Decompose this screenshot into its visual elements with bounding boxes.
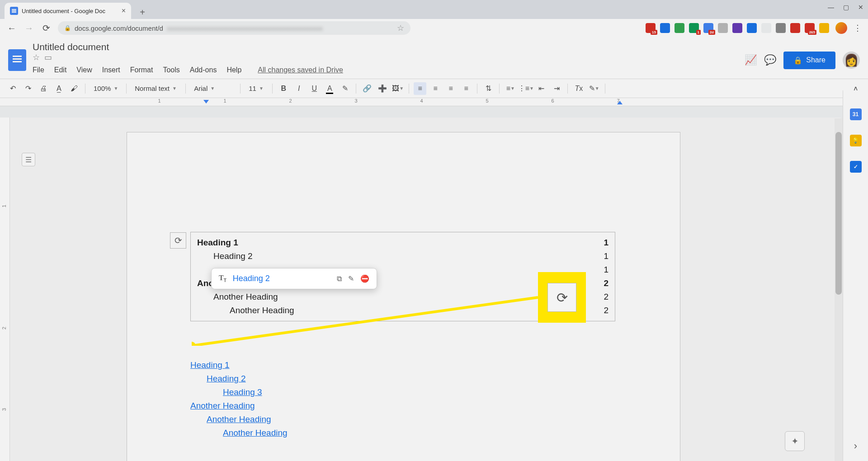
close-window-icon[interactable]: ✕ <box>858 4 863 11</box>
edit-link-icon[interactable]: ✎ <box>348 274 354 283</box>
reload-button[interactable]: ⟳ <box>41 23 52 33</box>
address-bar: ← → ⟳ 🔒 docs.google.com/document/d xxxxx… <box>0 19 868 37</box>
back-button[interactable]: ← <box>6 23 17 33</box>
paint-format-button[interactable]: 🖌 <box>68 82 80 95</box>
left-indent-marker[interactable] <box>203 100 209 103</box>
side-panel-app-icon[interactable]: 💡 <box>850 135 862 146</box>
side-panel: 31💡✓› <box>843 90 868 461</box>
toc-entry[interactable]: Heading 11 <box>197 236 609 249</box>
extension-icon[interactable]: 15 <box>646 23 656 33</box>
heading-link[interactable]: Heading 2 <box>190 372 288 386</box>
styles-select[interactable]: Normal text▼ <box>131 85 181 92</box>
move-icon[interactable]: ▭ <box>44 52 52 62</box>
bold-button[interactable]: B <box>277 82 290 95</box>
comments-icon[interactable]: 💬 <box>764 54 776 66</box>
extension-icon[interactable] <box>718 23 728 33</box>
forward-button[interactable]: → <box>24 23 34 33</box>
explore-button[interactable]: ✦ <box>785 431 805 451</box>
menu-help[interactable]: Help <box>226 66 241 74</box>
extension-icon[interactable]: 2d <box>703 23 713 33</box>
decrease-indent-button[interactable]: ⇤ <box>535 82 547 95</box>
vertical-scrollbar[interactable] <box>835 118 843 461</box>
extension-icon[interactable] <box>776 23 786 33</box>
font-size-select[interactable]: 11▼ <box>245 85 268 92</box>
side-panel-app-icon[interactable]: ✓ <box>850 161 862 173</box>
toc-entry[interactable]: Heading 21 <box>197 249 609 263</box>
text-color-button[interactable]: A <box>323 82 336 95</box>
numbered-list-button[interactable]: ≡▼ <box>504 82 517 95</box>
align-center-button[interactable]: ≡ <box>429 82 442 95</box>
align-left-button[interactable]: ≡ <box>414 82 426 95</box>
menu-file[interactable]: File <box>33 66 44 74</box>
extension-icon[interactable]: 265 <box>805 23 815 33</box>
clear-formatting-button[interactable]: Tx <box>572 82 585 95</box>
menu-insert[interactable]: Insert <box>102 66 120 74</box>
undo-button[interactable]: ↶ <box>6 82 19 95</box>
close-tab-icon[interactable]: × <box>122 7 126 15</box>
new-tab-button[interactable]: + <box>136 5 149 19</box>
document-page[interactable]: ⟳ Heading 11Heading 211Another Heading2A… <box>127 132 680 461</box>
browser-tab[interactable]: Untitled document - Google Doc × <box>5 3 131 19</box>
text-format-icon: TT <box>219 274 226 283</box>
document-title[interactable]: Untitled document <box>33 42 109 52</box>
extension-icon[interactable] <box>819 23 829 33</box>
maximize-icon[interactable]: ▢ <box>843 4 849 11</box>
heading-link[interactable]: Another Heading <box>190 426 288 440</box>
insert-link-button[interactable]: 🔗 <box>361 82 373 95</box>
profile-avatar-small[interactable] <box>835 22 847 34</box>
link-text[interactable]: Heading 2 <box>233 274 270 283</box>
extension-icon[interactable] <box>732 23 742 33</box>
highlight-button[interactable]: ✎ <box>339 82 351 95</box>
url-input[interactable]: 🔒 docs.google.com/document/d xxxxxxxxxxx… <box>58 21 410 35</box>
align-right-button[interactable]: ≡ <box>444 82 457 95</box>
menu-view[interactable]: View <box>76 66 92 74</box>
side-panel-app-icon[interactable]: 31 <box>850 108 862 120</box>
star-icon[interactable]: ☆ <box>33 52 40 62</box>
share-button[interactable]: 🔒 Share <box>783 52 835 69</box>
increase-indent-button[interactable]: ⇥ <box>550 82 563 95</box>
document-outline-button[interactable]: ☰ <box>22 153 35 166</box>
extension-icon[interactable]: 1 <box>689 23 699 33</box>
font-select[interactable]: Arial▼ <box>190 85 236 92</box>
extension-icon[interactable] <box>790 23 800 33</box>
saved-message[interactable]: All changes saved in Drive <box>258 66 343 74</box>
docs-logo-icon[interactable] <box>8 49 26 71</box>
extension-icon[interactable] <box>660 23 670 33</box>
heading-link[interactable]: Heading 1 <box>190 358 288 372</box>
menu-edit[interactable]: Edit <box>54 66 67 74</box>
extension-icon[interactable] <box>747 23 757 33</box>
heading-link[interactable]: Heading 3 <box>190 386 288 399</box>
extension-icon[interactable] <box>675 23 684 33</box>
chrome-menu-icon[interactable]: ⋮ <box>854 23 862 33</box>
toc-refresh-button[interactable]: ⟳ <box>170 232 186 249</box>
horizontal-ruler[interactable]: 11234567 <box>0 98 868 106</box>
align-justify-button[interactable]: ≡ <box>460 82 472 95</box>
copy-link-icon[interactable]: ⧉ <box>337 275 342 283</box>
right-indent-marker[interactable] <box>617 101 623 104</box>
italic-button[interactable]: I <box>292 82 305 95</box>
underline-button[interactable]: U <box>308 82 321 95</box>
editing-mode-button[interactable]: ✎▼ <box>588 82 600 95</box>
heading-link[interactable]: Another Heading <box>190 413 288 426</box>
activity-icon[interactable]: 📈 <box>745 54 757 66</box>
extension-icon[interactable] <box>761 23 771 33</box>
zoom-select[interactable]: 100%▼ <box>90 85 122 92</box>
menu-format[interactable]: Format <box>130 66 153 74</box>
bulleted-list-button[interactable]: ⋮≡▼ <box>519 82 532 95</box>
insert-comment-button[interactable]: ➕ <box>376 82 389 95</box>
account-avatar[interactable] <box>843 52 860 69</box>
side-panel-arrow-icon[interactable]: › <box>854 440 857 452</box>
minimize-icon[interactable]: — <box>828 4 834 11</box>
print-button[interactable]: 🖨 <box>37 82 50 95</box>
vertical-ruler[interactable]: 1 2 3 4 <box>0 118 10 461</box>
scrollbar-thumb[interactable] <box>835 132 842 295</box>
spellcheck-button[interactable]: A̲ <box>52 82 65 95</box>
line-spacing-button[interactable]: ⇅ <box>482 82 495 95</box>
remove-link-icon[interactable]: ⛔ <box>360 274 369 283</box>
menu-tools[interactable]: Tools <box>163 66 179 74</box>
heading-link[interactable]: Another Heading <box>190 399 288 413</box>
bookmark-star-icon[interactable]: ☆ <box>397 23 404 33</box>
menu-add-ons[interactable]: Add-ons <box>190 66 217 74</box>
redo-button[interactable]: ↷ <box>22 82 34 95</box>
insert-image-button[interactable]: 🖼▼ <box>392 82 404 95</box>
